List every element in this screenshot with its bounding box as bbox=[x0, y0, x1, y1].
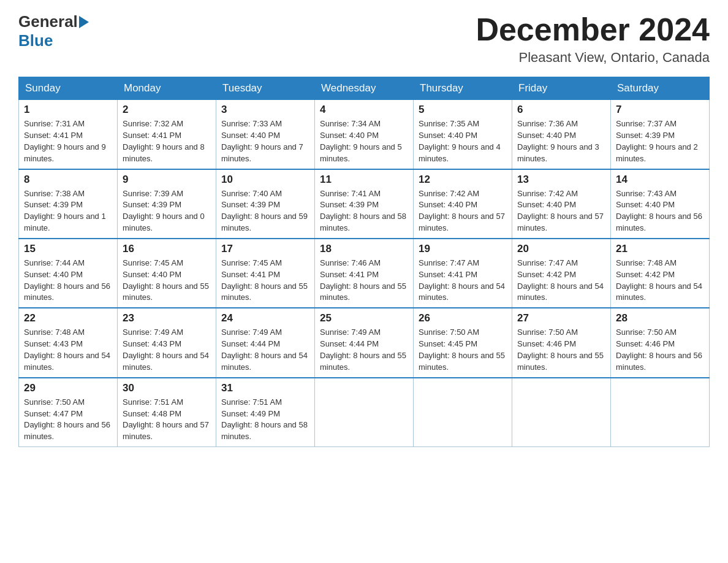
table-row: 8 Sunrise: 7:38 AM Sunset: 4:39 PM Dayli… bbox=[19, 169, 118, 239]
day-number: 11 bbox=[320, 174, 408, 186]
table-row: 5 Sunrise: 7:35 AM Sunset: 4:40 PM Dayli… bbox=[414, 100, 512, 169]
page-header: General Blue December 2024 Pleasant View… bbox=[18, 12, 710, 66]
table-row bbox=[611, 378, 710, 447]
table-row: 13 Sunrise: 7:42 AM Sunset: 4:40 PM Dayl… bbox=[512, 169, 611, 239]
day-info: Sunrise: 7:50 AM Sunset: 4:46 PM Dayligh… bbox=[517, 327, 605, 373]
table-row: 7 Sunrise: 7:37 AM Sunset: 4:39 PM Dayli… bbox=[611, 100, 710, 169]
day-info: Sunrise: 7:41 AM Sunset: 4:39 PM Dayligh… bbox=[320, 188, 408, 234]
calendar-week-2: 8 Sunrise: 7:38 AM Sunset: 4:39 PM Dayli… bbox=[19, 169, 710, 239]
col-sunday: Sunday bbox=[19, 77, 118, 100]
table-row: 24 Sunrise: 7:49 AM Sunset: 4:44 PM Dayl… bbox=[216, 308, 315, 377]
day-number: 14 bbox=[616, 174, 704, 186]
day-info: Sunrise: 7:31 AM Sunset: 4:41 PM Dayligh… bbox=[24, 118, 112, 164]
day-info: Sunrise: 7:40 AM Sunset: 4:39 PM Dayligh… bbox=[221, 188, 309, 234]
table-row: 21 Sunrise: 7:48 AM Sunset: 4:42 PM Dayl… bbox=[611, 239, 710, 308]
day-info: Sunrise: 7:50 AM Sunset: 4:45 PM Dayligh… bbox=[419, 327, 507, 373]
day-info: Sunrise: 7:42 AM Sunset: 4:40 PM Dayligh… bbox=[419, 188, 507, 234]
day-number: 22 bbox=[24, 312, 112, 324]
day-info: Sunrise: 7:49 AM Sunset: 4:44 PM Dayligh… bbox=[320, 327, 408, 373]
day-info: Sunrise: 7:49 AM Sunset: 4:44 PM Dayligh… bbox=[221, 327, 309, 373]
table-row: 25 Sunrise: 7:49 AM Sunset: 4:44 PM Dayl… bbox=[315, 308, 414, 377]
day-info: Sunrise: 7:42 AM Sunset: 4:40 PM Dayligh… bbox=[517, 188, 605, 234]
table-row: 18 Sunrise: 7:46 AM Sunset: 4:41 PM Dayl… bbox=[315, 239, 414, 308]
logo: General Blue bbox=[18, 12, 90, 50]
table-row: 2 Sunrise: 7:32 AM Sunset: 4:41 PM Dayli… bbox=[118, 100, 216, 169]
day-info: Sunrise: 7:47 AM Sunset: 4:42 PM Dayligh… bbox=[517, 258, 605, 304]
title-block: December 2024 Pleasant View, Ontario, Ca… bbox=[476, 12, 710, 66]
day-number: 5 bbox=[419, 104, 507, 116]
col-friday: Friday bbox=[512, 77, 611, 100]
day-number: 4 bbox=[320, 104, 408, 116]
calendar-week-5: 29 Sunrise: 7:50 AM Sunset: 4:47 PM Dayl… bbox=[19, 378, 710, 447]
table-row: 30 Sunrise: 7:51 AM Sunset: 4:48 PM Dayl… bbox=[118, 378, 216, 447]
table-row: 1 Sunrise: 7:31 AM Sunset: 4:41 PM Dayli… bbox=[19, 100, 118, 169]
logo-blue-text: Blue bbox=[18, 31, 53, 50]
day-info: Sunrise: 7:39 AM Sunset: 4:39 PM Dayligh… bbox=[123, 188, 211, 234]
day-number: 12 bbox=[419, 174, 507, 186]
logo-arrow-icon bbox=[79, 16, 89, 28]
day-number: 15 bbox=[24, 243, 112, 255]
col-saturday: Saturday bbox=[611, 77, 710, 100]
table-row bbox=[512, 378, 611, 447]
day-number: 28 bbox=[616, 312, 704, 324]
day-info: Sunrise: 7:32 AM Sunset: 4:41 PM Dayligh… bbox=[123, 118, 211, 164]
day-info: Sunrise: 7:35 AM Sunset: 4:40 PM Dayligh… bbox=[419, 118, 507, 164]
location-title: Pleasant View, Ontario, Canada bbox=[476, 50, 710, 66]
day-info: Sunrise: 7:50 AM Sunset: 4:47 PM Dayligh… bbox=[24, 397, 112, 443]
table-row: 16 Sunrise: 7:45 AM Sunset: 4:40 PM Dayl… bbox=[118, 239, 216, 308]
table-row: 6 Sunrise: 7:36 AM Sunset: 4:40 PM Dayli… bbox=[512, 100, 611, 169]
table-row: 31 Sunrise: 7:51 AM Sunset: 4:49 PM Dayl… bbox=[216, 378, 315, 447]
table-row: 4 Sunrise: 7:34 AM Sunset: 4:40 PM Dayli… bbox=[315, 100, 414, 169]
day-number: 31 bbox=[221, 382, 309, 394]
table-row: 28 Sunrise: 7:50 AM Sunset: 4:46 PM Dayl… bbox=[611, 308, 710, 377]
table-row: 14 Sunrise: 7:43 AM Sunset: 4:40 PM Dayl… bbox=[611, 169, 710, 239]
day-info: Sunrise: 7:45 AM Sunset: 4:40 PM Dayligh… bbox=[123, 258, 211, 304]
table-row: 19 Sunrise: 7:47 AM Sunset: 4:41 PM Dayl… bbox=[414, 239, 512, 308]
table-row bbox=[315, 378, 414, 447]
logo-general-text: General bbox=[18, 12, 78, 31]
table-row: 9 Sunrise: 7:39 AM Sunset: 4:39 PM Dayli… bbox=[118, 169, 216, 239]
calendar-week-3: 15 Sunrise: 7:44 AM Sunset: 4:40 PM Dayl… bbox=[19, 239, 710, 308]
day-info: Sunrise: 7:34 AM Sunset: 4:40 PM Dayligh… bbox=[320, 118, 408, 164]
day-number: 26 bbox=[419, 312, 507, 324]
col-monday: Monday bbox=[118, 77, 216, 100]
table-row: 10 Sunrise: 7:40 AM Sunset: 4:39 PM Dayl… bbox=[216, 169, 315, 239]
day-info: Sunrise: 7:33 AM Sunset: 4:40 PM Dayligh… bbox=[221, 118, 309, 164]
day-number: 9 bbox=[123, 174, 211, 186]
calendar-table: Sunday Monday Tuesday Wednesday Thursday… bbox=[18, 77, 710, 447]
day-info: Sunrise: 7:47 AM Sunset: 4:41 PM Dayligh… bbox=[419, 258, 507, 304]
day-number: 23 bbox=[123, 312, 211, 324]
table-row: 29 Sunrise: 7:50 AM Sunset: 4:47 PM Dayl… bbox=[19, 378, 118, 447]
day-number: 18 bbox=[320, 243, 408, 255]
col-tuesday: Tuesday bbox=[216, 77, 315, 100]
table-row bbox=[414, 378, 512, 447]
day-number: 30 bbox=[123, 382, 211, 394]
table-row: 11 Sunrise: 7:41 AM Sunset: 4:39 PM Dayl… bbox=[315, 169, 414, 239]
day-number: 16 bbox=[123, 243, 211, 255]
month-title: December 2024 bbox=[476, 12, 710, 47]
calendar-header-row: Sunday Monday Tuesday Wednesday Thursday… bbox=[19, 77, 710, 100]
day-info: Sunrise: 7:48 AM Sunset: 4:42 PM Dayligh… bbox=[616, 258, 704, 304]
table-row: 20 Sunrise: 7:47 AM Sunset: 4:42 PM Dayl… bbox=[512, 239, 611, 308]
table-row: 3 Sunrise: 7:33 AM Sunset: 4:40 PM Dayli… bbox=[216, 100, 315, 169]
day-number: 7 bbox=[616, 104, 704, 116]
col-thursday: Thursday bbox=[414, 77, 512, 100]
day-info: Sunrise: 7:38 AM Sunset: 4:39 PM Dayligh… bbox=[24, 188, 112, 234]
day-number: 13 bbox=[517, 174, 605, 186]
day-info: Sunrise: 7:36 AM Sunset: 4:40 PM Dayligh… bbox=[517, 118, 605, 164]
day-info: Sunrise: 7:46 AM Sunset: 4:41 PM Dayligh… bbox=[320, 258, 408, 304]
day-info: Sunrise: 7:37 AM Sunset: 4:39 PM Dayligh… bbox=[616, 118, 704, 164]
day-number: 6 bbox=[517, 104, 605, 116]
day-number: 25 bbox=[320, 312, 408, 324]
day-info: Sunrise: 7:45 AM Sunset: 4:41 PM Dayligh… bbox=[221, 258, 309, 304]
day-number: 21 bbox=[616, 243, 704, 255]
day-info: Sunrise: 7:51 AM Sunset: 4:49 PM Dayligh… bbox=[221, 397, 309, 443]
day-number: 19 bbox=[419, 243, 507, 255]
day-number: 10 bbox=[221, 174, 309, 186]
day-number: 27 bbox=[517, 312, 605, 324]
table-row: 15 Sunrise: 7:44 AM Sunset: 4:40 PM Dayl… bbox=[19, 239, 118, 308]
day-info: Sunrise: 7:48 AM Sunset: 4:43 PM Dayligh… bbox=[24, 327, 112, 373]
day-number: 29 bbox=[24, 382, 112, 394]
day-number: 2 bbox=[123, 104, 211, 116]
day-info: Sunrise: 7:49 AM Sunset: 4:43 PM Dayligh… bbox=[123, 327, 211, 373]
